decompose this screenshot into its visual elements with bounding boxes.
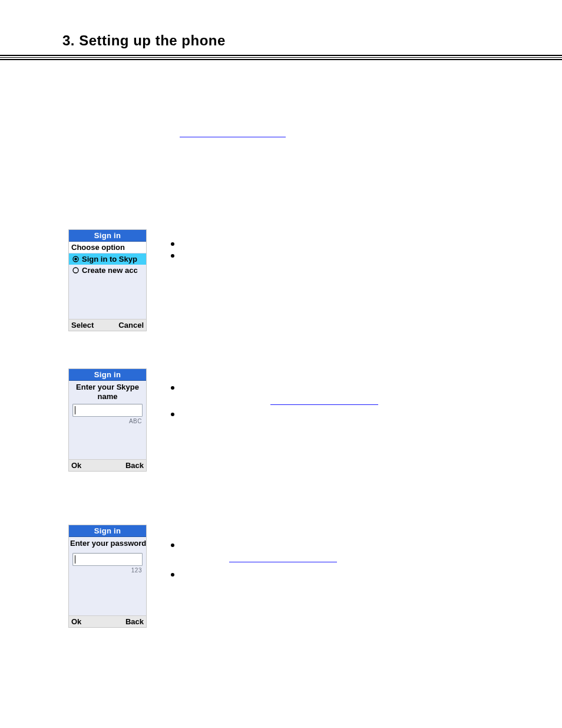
prompt-label: Enter your password [69, 538, 146, 553]
input-mode-indicator: 123 [69, 567, 146, 574]
phone-titlebar: Sign in [69, 369, 146, 381]
softkey-right[interactable]: Back [125, 616, 144, 627]
link-underline[interactable] [180, 137, 286, 137]
page-heading: 3. Setting up the phone [62, 32, 226, 49]
bullet-dot [171, 254, 174, 258]
bullet-dot [171, 413, 174, 416]
svg-point-1 [74, 258, 77, 260]
option-sign-in[interactable]: Sign in to Skyp [69, 253, 146, 265]
phone-screen-enter-password: Sign in Enter your password 123 Ok Back [68, 525, 147, 628]
option-label: Sign in to Skyp [82, 255, 137, 263]
bullet-dot [171, 573, 174, 577]
phone-screen-enter-name: Sign in Enter your Skype name ABC Ok Bac… [68, 368, 147, 472]
phone-titlebar: Sign in [69, 230, 146, 242]
phone-screen-signin-options: Sign in Choose option Sign in to Skyp Cr… [68, 229, 147, 331]
horizontal-rule [0, 55, 562, 61]
bullet-dot [171, 543, 174, 547]
skype-name-input[interactable] [72, 404, 143, 417]
prompt-label: Enter your Skype name [69, 382, 146, 404]
svg-point-2 [73, 268, 78, 273]
text-caret-icon [75, 406, 75, 414]
option-create-account[interactable]: Create new acc [69, 265, 146, 276]
bullet-dot [171, 242, 174, 246]
text-caret-icon [75, 555, 75, 564]
softkey-right[interactable]: Cancel [118, 319, 144, 331]
choose-option-label: Choose option [69, 242, 146, 253]
link-underline[interactable] [229, 562, 337, 562]
softkey-left[interactable]: Ok [71, 460, 81, 471]
bullet-dot [171, 386, 174, 390]
softkey-left[interactable]: Select [71, 319, 94, 331]
option-label: Create new acc [82, 266, 138, 275]
softkey-right[interactable]: Back [125, 460, 144, 471]
radio-selected-icon [72, 256, 79, 262]
link-underline[interactable] [270, 404, 378, 405]
phone-titlebar: Sign in [69, 525, 146, 537]
radio-unselected-icon [72, 267, 79, 274]
password-input[interactable] [72, 553, 143, 566]
softkey-left[interactable]: Ok [71, 616, 81, 627]
input-mode-indicator: ABC [69, 418, 146, 424]
